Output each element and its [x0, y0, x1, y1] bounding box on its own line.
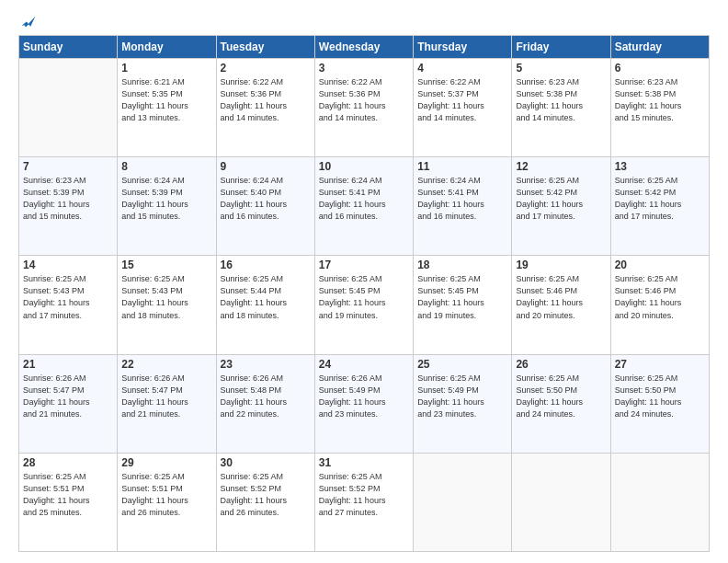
- calendar-header-thursday: Thursday: [414, 36, 512, 59]
- day-number: 6: [615, 62, 705, 75]
- day-info: Sunrise: 6:23 AM Sunset: 5:38 PM Dayligh…: [516, 76, 606, 124]
- day-info: Sunrise: 6:25 AM Sunset: 5:43 PM Dayligh…: [121, 273, 211, 321]
- day-number: 20: [615, 259, 705, 271]
- day-number: 10: [319, 160, 409, 173]
- calendar-week-1: 1Sunrise: 6:21 AM Sunset: 5:35 PM Daylig…: [19, 59, 710, 157]
- calendar-cell: 29Sunrise: 6:25 AM Sunset: 5:51 PM Dayli…: [118, 453, 216, 551]
- day-number: 22: [121, 358, 211, 371]
- calendar-cell: 8Sunrise: 6:24 AM Sunset: 5:39 PM Daylig…: [118, 157, 216, 256]
- day-info: Sunrise: 6:25 AM Sunset: 5:46 PM Dayligh…: [516, 273, 606, 321]
- calendar-header-friday: Friday: [512, 36, 610, 59]
- day-number: 23: [221, 358, 311, 371]
- day-info: Sunrise: 6:24 AM Sunset: 5:41 PM Dayligh…: [417, 175, 507, 223]
- header: [18, 15, 710, 28]
- day-number: 24: [319, 358, 409, 371]
- calendar-cell: 31Sunrise: 6:25 AM Sunset: 5:52 PM Dayli…: [314, 453, 413, 551]
- day-number: 8: [121, 160, 211, 173]
- day-info: Sunrise: 6:25 AM Sunset: 5:45 PM Dayligh…: [319, 273, 409, 321]
- calendar-header-row: SundayMondayTuesdayWednesdayThursdayFrid…: [19, 36, 710, 59]
- day-number: 7: [23, 160, 113, 173]
- calendar-cell: 20Sunrise: 6:25 AM Sunset: 5:46 PM Dayli…: [610, 256, 709, 354]
- calendar: SundayMondayTuesdayWednesdayThursdayFrid…: [18, 35, 710, 552]
- day-info: Sunrise: 6:22 AM Sunset: 5:36 PM Dayligh…: [221, 76, 311, 124]
- calendar-header-saturday: Saturday: [610, 36, 709, 59]
- calendar-cell: 24Sunrise: 6:26 AM Sunset: 5:49 PM Dayli…: [314, 354, 413, 453]
- calendar-week-3: 14Sunrise: 6:25 AM Sunset: 5:43 PM Dayli…: [19, 256, 710, 354]
- calendar-header-wednesday: Wednesday: [314, 36, 413, 59]
- calendar-week-4: 21Sunrise: 6:26 AM Sunset: 5:47 PM Dayli…: [19, 354, 710, 453]
- calendar-cell: 28Sunrise: 6:25 AM Sunset: 5:51 PM Dayli…: [19, 453, 118, 551]
- day-info: Sunrise: 6:25 AM Sunset: 5:46 PM Dayligh…: [615, 273, 705, 321]
- calendar-cell: 1Sunrise: 6:21 AM Sunset: 5:35 PM Daylig…: [118, 59, 216, 157]
- calendar-cell: 5Sunrise: 6:23 AM Sunset: 5:38 PM Daylig…: [512, 59, 610, 157]
- day-info: Sunrise: 6:26 AM Sunset: 5:47 PM Dayligh…: [23, 373, 113, 420]
- day-number: 28: [23, 456, 113, 469]
- day-number: 25: [417, 358, 507, 371]
- day-info: Sunrise: 6:25 AM Sunset: 5:45 PM Dayligh…: [417, 273, 507, 321]
- day-info: Sunrise: 6:22 AM Sunset: 5:36 PM Dayligh…: [319, 76, 409, 124]
- day-info: Sunrise: 6:26 AM Sunset: 5:48 PM Dayligh…: [221, 373, 311, 420]
- day-number: 27: [615, 358, 705, 371]
- calendar-cell: 19Sunrise: 6:25 AM Sunset: 5:46 PM Dayli…: [512, 256, 610, 354]
- calendar-cell: 9Sunrise: 6:24 AM Sunset: 5:40 PM Daylig…: [216, 157, 314, 256]
- day-info: Sunrise: 6:25 AM Sunset: 5:43 PM Dayligh…: [23, 273, 113, 321]
- day-number: 26: [516, 358, 606, 371]
- day-number: 13: [615, 160, 705, 173]
- day-info: Sunrise: 6:26 AM Sunset: 5:47 PM Dayligh…: [121, 373, 211, 420]
- logo: [18, 15, 37, 28]
- calendar-cell: 25Sunrise: 6:25 AM Sunset: 5:49 PM Dayli…: [414, 354, 512, 453]
- calendar-cell: 13Sunrise: 6:25 AM Sunset: 5:42 PM Dayli…: [610, 157, 709, 256]
- day-info: Sunrise: 6:25 AM Sunset: 5:42 PM Dayligh…: [615, 175, 705, 223]
- calendar-cell: 26Sunrise: 6:25 AM Sunset: 5:50 PM Dayli…: [512, 354, 610, 453]
- day-info: Sunrise: 6:25 AM Sunset: 5:50 PM Dayligh…: [516, 373, 606, 420]
- day-number: 5: [516, 62, 606, 75]
- day-number: 21: [23, 358, 113, 371]
- calendar-cell: 17Sunrise: 6:25 AM Sunset: 5:45 PM Dayli…: [314, 256, 413, 354]
- calendar-cell: [512, 453, 610, 551]
- day-info: Sunrise: 6:21 AM Sunset: 5:35 PM Dayligh…: [121, 76, 211, 124]
- calendar-cell: 18Sunrise: 6:25 AM Sunset: 5:45 PM Dayli…: [414, 256, 512, 354]
- calendar-header-monday: Monday: [118, 36, 216, 59]
- calendar-cell: [19, 59, 118, 157]
- calendar-cell: 3Sunrise: 6:22 AM Sunset: 5:36 PM Daylig…: [314, 59, 413, 157]
- day-info: Sunrise: 6:26 AM Sunset: 5:49 PM Dayligh…: [319, 373, 409, 420]
- calendar-cell: 11Sunrise: 6:24 AM Sunset: 5:41 PM Dayli…: [414, 157, 512, 256]
- day-number: 11: [417, 160, 507, 173]
- day-info: Sunrise: 6:25 AM Sunset: 5:51 PM Dayligh…: [121, 471, 211, 519]
- day-info: Sunrise: 6:24 AM Sunset: 5:39 PM Dayligh…: [121, 175, 211, 223]
- day-info: Sunrise: 6:24 AM Sunset: 5:41 PM Dayligh…: [319, 175, 409, 223]
- day-number: 12: [516, 160, 606, 173]
- calendar-week-2: 7Sunrise: 6:23 AM Sunset: 5:39 PM Daylig…: [19, 157, 710, 256]
- calendar-cell: 6Sunrise: 6:23 AM Sunset: 5:38 PM Daylig…: [610, 59, 709, 157]
- logo-text: [18, 15, 37, 31]
- calendar-week-5: 28Sunrise: 6:25 AM Sunset: 5:51 PM Dayli…: [19, 453, 710, 551]
- calendar-cell: 21Sunrise: 6:26 AM Sunset: 5:47 PM Dayli…: [19, 354, 118, 453]
- day-info: Sunrise: 6:25 AM Sunset: 5:49 PM Dayligh…: [417, 373, 507, 420]
- day-number: 9: [221, 160, 311, 173]
- calendar-cell: [610, 453, 709, 551]
- day-info: Sunrise: 6:22 AM Sunset: 5:37 PM Dayligh…: [417, 76, 507, 124]
- calendar-cell: 23Sunrise: 6:26 AM Sunset: 5:48 PM Dayli…: [216, 354, 314, 453]
- day-number: 16: [221, 259, 311, 271]
- day-number: 29: [121, 456, 211, 469]
- calendar-header-sunday: Sunday: [19, 36, 118, 59]
- day-number: 31: [319, 456, 409, 469]
- calendar-cell: 10Sunrise: 6:24 AM Sunset: 5:41 PM Dayli…: [314, 157, 413, 256]
- day-number: 4: [417, 62, 507, 75]
- day-info: Sunrise: 6:24 AM Sunset: 5:40 PM Dayligh…: [221, 175, 311, 223]
- day-number: 30: [221, 456, 311, 469]
- logo-bird-icon: [20, 15, 37, 31]
- day-number: 14: [23, 259, 113, 271]
- calendar-cell: 22Sunrise: 6:26 AM Sunset: 5:47 PM Dayli…: [118, 354, 216, 453]
- day-number: 2: [221, 62, 311, 75]
- calendar-header-tuesday: Tuesday: [216, 36, 314, 59]
- day-info: Sunrise: 6:25 AM Sunset: 5:50 PM Dayligh…: [615, 373, 705, 420]
- calendar-cell: 2Sunrise: 6:22 AM Sunset: 5:36 PM Daylig…: [216, 59, 314, 157]
- day-info: Sunrise: 6:25 AM Sunset: 5:42 PM Dayligh…: [516, 175, 606, 223]
- day-number: 15: [121, 259, 211, 271]
- day-number: 1: [121, 62, 211, 75]
- calendar-cell: 14Sunrise: 6:25 AM Sunset: 5:43 PM Dayli…: [19, 256, 118, 354]
- calendar-cell: 4Sunrise: 6:22 AM Sunset: 5:37 PM Daylig…: [414, 59, 512, 157]
- day-info: Sunrise: 6:25 AM Sunset: 5:52 PM Dayligh…: [221, 471, 311, 519]
- calendar-cell: 7Sunrise: 6:23 AM Sunset: 5:39 PM Daylig…: [19, 157, 118, 256]
